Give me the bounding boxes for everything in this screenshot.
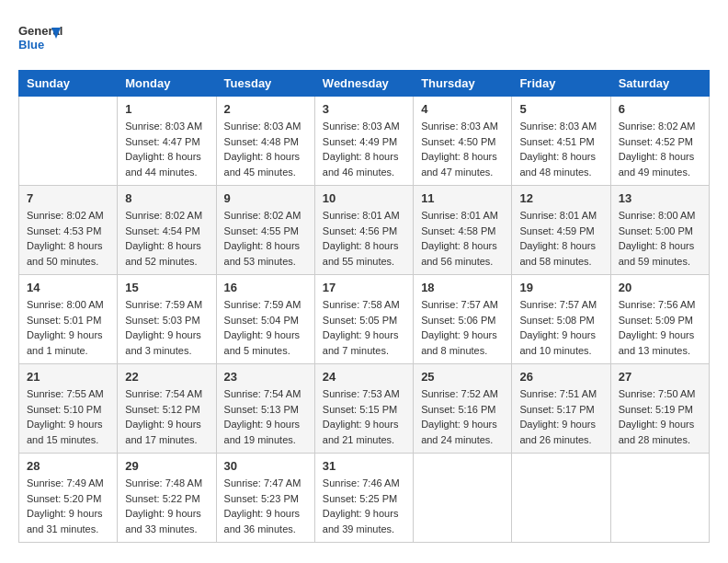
day-info: Sunrise: 8:03 AMSunset: 4:47 PMDaylight:… bbox=[125, 119, 208, 179]
day-number: 24 bbox=[323, 370, 405, 384]
calendar-cell: 6Sunrise: 8:02 AMSunset: 4:52 PMDaylight… bbox=[610, 97, 709, 186]
day-number: 14 bbox=[27, 281, 109, 294]
calendar-cell: 2Sunrise: 8:03 AMSunset: 4:48 PMDaylight… bbox=[216, 97, 314, 186]
calendar-cell: 26Sunrise: 7:51 AMSunset: 5:17 PMDayligh… bbox=[512, 364, 610, 454]
calendar-cell bbox=[414, 454, 512, 543]
day-info: Sunrise: 7:53 AMSunset: 5:15 PMDaylight:… bbox=[323, 386, 405, 447]
day-number: 12 bbox=[519, 191, 602, 205]
day-info: Sunrise: 8:03 AMSunset: 4:49 PMDaylight:… bbox=[323, 119, 405, 179]
day-number: 5 bbox=[519, 102, 602, 116]
day-number: 15 bbox=[125, 281, 208, 294]
day-number: 16 bbox=[224, 281, 307, 294]
day-info: Sunrise: 7:54 AMSunset: 5:13 PMDaylight:… bbox=[224, 386, 307, 447]
calendar-cell: 3Sunrise: 8:03 AMSunset: 4:49 PMDaylight… bbox=[314, 97, 413, 186]
day-info: Sunrise: 7:49 AMSunset: 5:20 PMDaylight:… bbox=[27, 476, 109, 536]
calendar-cell: 4Sunrise: 8:03 AMSunset: 4:50 PMDaylight… bbox=[414, 97, 512, 186]
day-number: 7 bbox=[27, 191, 109, 205]
calendar-cell: 19Sunrise: 7:57 AMSunset: 5:08 PMDayligh… bbox=[512, 275, 610, 364]
day-info: Sunrise: 8:03 AMSunset: 4:48 PMDaylight:… bbox=[224, 119, 307, 179]
calendar-cell: 29Sunrise: 7:48 AMSunset: 5:22 PMDayligh… bbox=[118, 454, 216, 543]
day-info: Sunrise: 7:54 AMSunset: 5:12 PMDaylight:… bbox=[125, 386, 208, 447]
day-info: Sunrise: 8:00 AMSunset: 5:01 PMDaylight:… bbox=[27, 297, 109, 358]
calendar-cell: 9Sunrise: 8:02 AMSunset: 4:55 PMDaylight… bbox=[216, 186, 314, 275]
calendar-cell: 30Sunrise: 7:47 AMSunset: 5:23 PMDayligh… bbox=[216, 454, 314, 543]
calendar-body: 1Sunrise: 8:03 AMSunset: 4:47 PMDaylight… bbox=[19, 97, 710, 543]
day-info: Sunrise: 7:51 AMSunset: 5:17 PMDaylight:… bbox=[519, 386, 602, 447]
calendar-cell: 5Sunrise: 8:03 AMSunset: 4:51 PMDaylight… bbox=[512, 97, 610, 186]
weekday-header-thursday: Thursday bbox=[414, 71, 512, 97]
day-info: Sunrise: 7:58 AMSunset: 5:05 PMDaylight:… bbox=[323, 297, 405, 358]
day-number: 17 bbox=[323, 281, 405, 294]
day-number: 9 bbox=[224, 191, 307, 205]
day-info: Sunrise: 8:01 AMSunset: 4:59 PMDaylight:… bbox=[519, 208, 602, 269]
calendar-cell: 7Sunrise: 8:02 AMSunset: 4:53 PMDaylight… bbox=[19, 186, 118, 275]
day-number: 8 bbox=[125, 191, 208, 205]
day-number: 29 bbox=[125, 459, 208, 473]
day-info: Sunrise: 7:48 AMSunset: 5:22 PMDaylight:… bbox=[125, 476, 208, 536]
day-info: Sunrise: 7:57 AMSunset: 5:06 PMDaylight:… bbox=[421, 297, 504, 358]
calendar-cell: 10Sunrise: 8:01 AMSunset: 4:56 PMDayligh… bbox=[314, 186, 413, 275]
calendar-cell: 12Sunrise: 8:01 AMSunset: 4:59 PMDayligh… bbox=[512, 186, 610, 275]
calendar-cell: 20Sunrise: 7:56 AMSunset: 5:09 PMDayligh… bbox=[610, 275, 709, 364]
day-number: 21 bbox=[27, 370, 109, 384]
day-info: Sunrise: 8:03 AMSunset: 4:50 PMDaylight:… bbox=[421, 119, 504, 179]
calendar-cell: 13Sunrise: 8:00 AMSunset: 5:00 PMDayligh… bbox=[610, 186, 709, 275]
calendar-cell: 15Sunrise: 7:59 AMSunset: 5:03 PMDayligh… bbox=[118, 275, 216, 364]
day-number: 1 bbox=[125, 102, 208, 116]
calendar-cell: 17Sunrise: 7:58 AMSunset: 5:05 PMDayligh… bbox=[314, 275, 413, 364]
day-number: 2 bbox=[224, 102, 307, 116]
day-number: 23 bbox=[224, 370, 307, 384]
day-number: 27 bbox=[619, 370, 701, 384]
calendar-cell: 21Sunrise: 7:55 AMSunset: 5:10 PMDayligh… bbox=[19, 364, 118, 454]
day-info: Sunrise: 8:02 AMSunset: 4:52 PMDaylight:… bbox=[619, 119, 701, 179]
day-number: 4 bbox=[421, 102, 504, 116]
svg-text:Blue: Blue bbox=[18, 38, 44, 52]
day-number: 6 bbox=[619, 102, 701, 116]
day-info: Sunrise: 7:50 AMSunset: 5:19 PMDaylight:… bbox=[619, 386, 701, 447]
weekday-header-saturday: Saturday bbox=[610, 71, 709, 97]
day-number: 20 bbox=[619, 281, 701, 294]
calendar-cell: 16Sunrise: 7:59 AMSunset: 5:04 PMDayligh… bbox=[216, 275, 314, 364]
logo: GeneralBlue bbox=[18, 18, 64, 55]
day-number: 31 bbox=[323, 459, 405, 473]
calendar-cell: 25Sunrise: 7:52 AMSunset: 5:16 PMDayligh… bbox=[414, 364, 512, 454]
calendar-cell: 14Sunrise: 8:00 AMSunset: 5:01 PMDayligh… bbox=[19, 275, 118, 364]
weekday-header-monday: Monday bbox=[118, 71, 216, 97]
calendar-cell: 11Sunrise: 8:01 AMSunset: 4:58 PMDayligh… bbox=[414, 186, 512, 275]
day-number: 19 bbox=[519, 281, 602, 294]
calendar-cell: 18Sunrise: 7:57 AMSunset: 5:06 PMDayligh… bbox=[414, 275, 512, 364]
weekday-header-sunday: Sunday bbox=[19, 71, 118, 97]
day-number: 28 bbox=[27, 459, 109, 473]
day-info: Sunrise: 8:01 AMSunset: 4:56 PMDaylight:… bbox=[323, 208, 405, 269]
day-info: Sunrise: 8:02 AMSunset: 4:53 PMDaylight:… bbox=[27, 208, 109, 269]
day-number: 18 bbox=[421, 281, 504, 294]
day-info: Sunrise: 7:55 AMSunset: 5:10 PMDaylight:… bbox=[27, 386, 109, 447]
day-info: Sunrise: 8:02 AMSunset: 4:54 PMDaylight:… bbox=[125, 208, 208, 269]
day-info: Sunrise: 8:02 AMSunset: 4:55 PMDaylight:… bbox=[224, 208, 307, 269]
day-info: Sunrise: 7:52 AMSunset: 5:16 PMDaylight:… bbox=[421, 386, 504, 447]
day-number: 13 bbox=[619, 191, 701, 205]
calendar-cell: 22Sunrise: 7:54 AMSunset: 5:12 PMDayligh… bbox=[118, 364, 216, 454]
weekday-header-friday: Friday bbox=[512, 71, 610, 97]
calendar-cell: 27Sunrise: 7:50 AMSunset: 5:19 PMDayligh… bbox=[610, 364, 709, 454]
day-number: 10 bbox=[323, 191, 405, 205]
day-number: 22 bbox=[125, 370, 208, 384]
weekday-header-wednesday: Wednesday bbox=[314, 71, 413, 97]
logo-icon: GeneralBlue bbox=[18, 18, 64, 55]
day-info: Sunrise: 7:59 AMSunset: 5:04 PMDaylight:… bbox=[224, 297, 307, 358]
calendar-header: SundayMondayTuesdayWednesdayThursdayFrid… bbox=[19, 71, 710, 97]
day-info: Sunrise: 8:00 AMSunset: 5:00 PMDaylight:… bbox=[619, 208, 701, 269]
calendar-table: SundayMondayTuesdayWednesdayThursdayFrid… bbox=[18, 70, 710, 543]
day-info: Sunrise: 7:59 AMSunset: 5:03 PMDaylight:… bbox=[125, 297, 208, 358]
calendar-cell: 1Sunrise: 8:03 AMSunset: 4:47 PMDaylight… bbox=[118, 97, 216, 186]
calendar-cell bbox=[610, 454, 709, 543]
day-info: Sunrise: 7:57 AMSunset: 5:08 PMDaylight:… bbox=[519, 297, 602, 358]
calendar-cell: 24Sunrise: 7:53 AMSunset: 5:15 PMDayligh… bbox=[314, 364, 413, 454]
day-number: 11 bbox=[421, 191, 504, 205]
day-number: 30 bbox=[224, 459, 307, 473]
day-info: Sunrise: 7:46 AMSunset: 5:25 PMDaylight:… bbox=[323, 476, 405, 536]
page-header: GeneralBlue bbox=[18, 18, 710, 55]
day-info: Sunrise: 7:47 AMSunset: 5:23 PMDaylight:… bbox=[224, 476, 307, 536]
calendar-cell: 8Sunrise: 8:02 AMSunset: 4:54 PMDaylight… bbox=[118, 186, 216, 275]
calendar-cell: 28Sunrise: 7:49 AMSunset: 5:20 PMDayligh… bbox=[19, 454, 118, 543]
